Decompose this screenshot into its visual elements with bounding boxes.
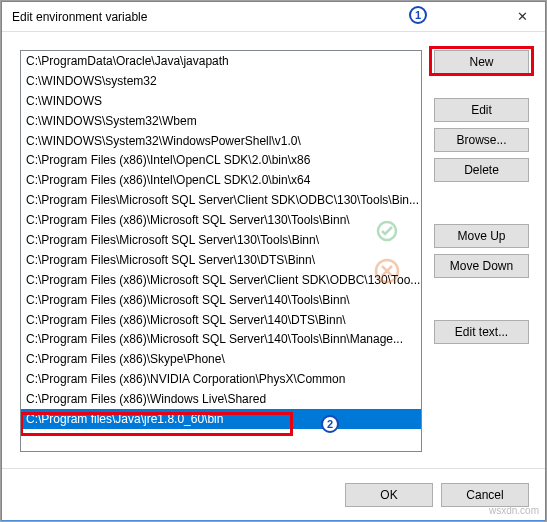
list-item[interactable]: C:\Program Files (x86)\NVIDIA Corporatio… <box>21 369 421 389</box>
env-var-dialog: Edit environment variable ✕ C:\ProgramDa… <box>1 1 546 521</box>
edit-text-button[interactable]: Edit text... <box>434 320 529 344</box>
dialog-footer: OK Cancel <box>2 468 545 520</box>
dialog-title: Edit environment variable <box>12 10 147 24</box>
button-sidebar: New Edit Browse... Delete Move Up Move D… <box>434 50 529 452</box>
ok-button[interactable]: OK <box>345 483 433 507</box>
browse-button[interactable]: Browse... <box>434 128 529 152</box>
spacer <box>434 284 529 314</box>
cancel-button[interactable]: Cancel <box>441 483 529 507</box>
list-item[interactable]: C:\Program Files\Microsoft SQL Server\13… <box>21 230 421 250</box>
move-up-button[interactable]: Move Up <box>434 224 529 248</box>
list-item[interactable]: C:\WINDOWS\system32 <box>21 71 421 91</box>
list-item[interactable]: C:\Program Files (x86)\Windows Live\Shar… <box>21 389 421 409</box>
close-icon: ✕ <box>517 9 528 24</box>
delete-button[interactable]: Delete <box>434 158 529 182</box>
spacer <box>434 188 529 218</box>
list-item[interactable]: C:\Program Files (x86)\Microsoft SQL Ser… <box>21 310 421 330</box>
list-item[interactable]: C:\WINDOWS\System32\Wbem <box>21 111 421 131</box>
spacer <box>434 80 529 92</box>
titlebar: Edit environment variable ✕ <box>2 2 545 32</box>
list-item[interactable]: C:\Program Files\Microsoft SQL Server\13… <box>21 250 421 270</box>
list-item[interactable]: C:\Program Files (x86)\Intel\OpenCL SDK\… <box>21 170 421 190</box>
list-item[interactable]: C:\Program files\Java\jre1.8.0_60\bin <box>21 409 421 429</box>
list-item[interactable]: C:\Program Files (x86)\Microsoft SQL Ser… <box>21 270 421 290</box>
list-item[interactable]: C:\Program Files (x86)\Microsoft SQL Ser… <box>21 329 421 349</box>
list-item[interactable]: C:\Program Files\Microsoft SQL Server\Cl… <box>21 190 421 210</box>
path-listbox[interactable]: C:\ProgramData\Oracle\Java\javapath C:\W… <box>20 50 422 452</box>
list-item[interactable]: C:\WINDOWS <box>21 91 421 111</box>
list-item[interactable]: C:\Program Files (x86)\Skype\Phone\ <box>21 349 421 369</box>
edit-button[interactable]: Edit <box>434 98 529 122</box>
move-down-button[interactable]: Move Down <box>434 254 529 278</box>
content-area: C:\ProgramData\Oracle\Java\javapath C:\W… <box>2 32 545 468</box>
list-item[interactable]: C:\ProgramData\Oracle\Java\javapath <box>21 51 421 71</box>
close-button[interactable]: ✕ <box>499 2 545 32</box>
new-button[interactable]: New <box>434 50 529 74</box>
list-item[interactable]: C:\WINDOWS\System32\WindowsPowerShell\v1… <box>21 131 421 151</box>
list-item[interactable]: C:\Program Files (x86)\Microsoft SQL Ser… <box>21 210 421 230</box>
list-item[interactable]: C:\Program Files (x86)\Microsoft SQL Ser… <box>21 290 421 310</box>
list-item[interactable]: C:\Program Files (x86)\Intel\OpenCL SDK\… <box>21 150 421 170</box>
